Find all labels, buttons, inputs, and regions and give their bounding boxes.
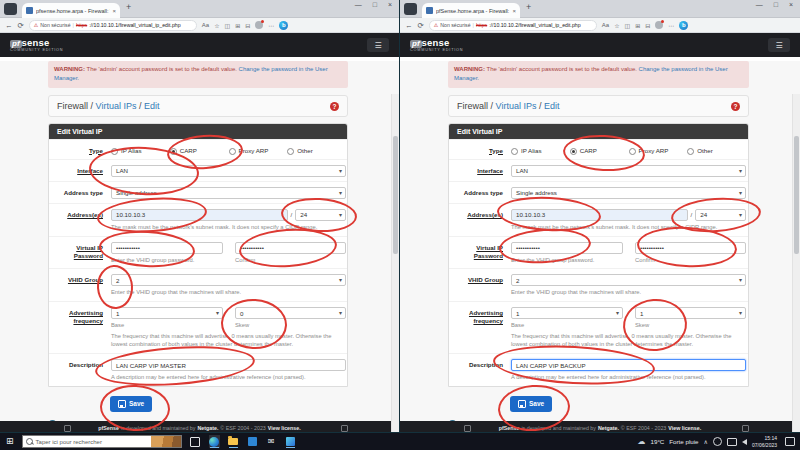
favorite-star-icon[interactable]: ☆ [614,22,619,29]
vhid-select[interactable]: 2 [511,274,746,286]
skew-select[interactable]: 1 [635,307,746,319]
save-button[interactable]: Save [510,396,552,412]
taskbar-search[interactable]: Taper ici pour rechercher [22,435,182,448]
collections-icon[interactable]: ⊞ [635,22,640,29]
tab-close-icon[interactable]: × [112,8,116,14]
mail-icon[interactable]: ✉ [266,435,277,448]
mask-select[interactable]: 24 [295,209,346,221]
browser-essentials-icon[interactable]: ⊟ [245,22,250,29]
password-input[interactable]: ••••••••••• [111,242,223,254]
search-highlight-image[interactable] [151,436,181,448]
base-select[interactable]: 1 [111,307,223,319]
help-icon[interactable]: ? [731,102,740,111]
photos-icon[interactable] [285,435,296,448]
maximize-button[interactable]: □ [373,1,377,8]
interface-select[interactable]: LAN [111,165,346,177]
radio-other[interactable]: Other [287,147,346,155]
address-bar[interactable]: ⚠ Non sécurisé | https://10.10.10.1/fire… [29,20,197,31]
taskbar-clock[interactable]: 15:14 07/06/2023 [752,435,777,448]
tab-close-icon[interactable]: × [512,8,516,14]
interface-select[interactable]: LAN [511,165,746,177]
footer-netgate-link[interactable]: Netgate. [598,425,619,431]
more-menu-icon[interactable]: ⋯ [668,22,674,29]
tray-chevron-icon[interactable]: ∧ [704,438,708,445]
weather-description[interactable]: Forte pluie [669,438,698,445]
browser-tab[interactable]: pfSense.home.arpa - Firewall: Vir × [422,3,520,18]
refresh-icon[interactable]: ⟳ [418,21,424,30]
profile-avatar[interactable] [655,21,663,29]
help-icon[interactable]: ? [330,102,339,111]
address-bar[interactable]: ⚠ Non sécurisé | https://10.10.10.2/fire… [429,20,597,31]
bing-chat-icon[interactable]: b [679,21,688,30]
maximize-button[interactable]: □ [774,1,778,8]
save-button[interactable]: Save [110,396,152,412]
footer-netgate-link[interactable]: Netgate. [197,425,218,431]
pfsense-logo[interactable]: pfsense COMMUNITY EDITION [410,38,463,53]
read-aloud-icon[interactable]: Aa [602,22,609,28]
weather-temperature[interactable]: 19°C [651,438,665,445]
scrollbar-thumb[interactable] [393,136,398,254]
radio-carp[interactable]: CARP [570,147,629,155]
minimize-button[interactable]: — [355,1,362,8]
task-view-icon[interactable] [190,435,201,448]
skew-select[interactable]: 0 [235,307,346,319]
hamburger-menu-icon[interactable]: ☰ [768,38,790,52]
browser-tab[interactable]: pfsense.home.arpa - Firewall: Vir × [22,3,120,18]
radio-proxy-arp[interactable]: Proxy ARP [629,147,688,155]
split-screen-icon[interactable]: ◫ [625,22,631,29]
tab-actions-icon[interactable] [404,3,417,15]
footer-view-license-link[interactable]: View license. [668,425,701,431]
address-input[interactable]: 10.10.10.3 [111,209,288,221]
breadcrumb-virtual-ips[interactable]: Virtual IPs [96,101,137,111]
address-input[interactable]: 10.10.10.3 [511,209,688,221]
hamburger-menu-icon[interactable]: ☰ [367,38,389,52]
browser-essentials-icon[interactable]: ⊟ [645,22,650,29]
address-type-select[interactable]: Single address [111,187,346,199]
address-type-select[interactable]: Single address [511,187,746,199]
not-secure-label[interactable]: Non sécurisé [440,22,470,28]
scrollbar-thumb[interactable] [794,136,799,254]
breadcrumb-virtual-ips[interactable]: Virtual IPs [496,101,537,111]
breadcrumb-edit[interactable]: Edit [544,101,560,111]
bing-chat-icon[interactable]: b [279,21,288,30]
refresh-icon[interactable]: ⟳ [18,21,24,30]
new-tab-button[interactable]: + [526,2,531,12]
close-button[interactable]: × [789,1,793,8]
split-screen-icon[interactable]: ◫ [225,22,231,29]
back-icon[interactable]: ← [5,21,13,30]
file-explorer-icon[interactable] [228,435,239,448]
new-tab-button[interactable]: + [126,2,131,12]
pfsense-logo[interactable]: pfsense COMMUNITY EDITION [10,38,63,53]
weather-icon[interactable]: ☁ [638,437,646,446]
description-input[interactable]: LAN CARP VIP BACKUP [511,359,746,371]
minimize-button[interactable]: — [756,1,763,8]
mask-select[interactable]: 24 [695,209,746,221]
vhid-select[interactable]: 2 [111,274,346,286]
radio-ip-alias[interactable]: IP Alias [511,147,570,155]
scrollbar[interactable] [391,94,399,432]
notification-center-icon[interactable] [785,437,795,446]
profile-avatar[interactable] [255,21,263,29]
network-icon[interactable] [727,438,737,446]
microsoft-store-icon[interactable] [247,435,258,448]
base-select[interactable]: 1 [511,307,623,319]
more-menu-icon[interactable]: ⋯ [268,22,274,29]
breadcrumb-edit[interactable]: Edit [144,101,160,111]
password-confirm-input[interactable]: ••••••••••• [235,242,346,254]
edge-taskbar-icon[interactable] [209,435,220,448]
footer-view-license-link[interactable]: View license. [268,425,301,431]
tray-app-icon[interactable] [713,437,722,446]
not-secure-label[interactable]: Non sécurisé [40,22,70,28]
collections-icon[interactable]: ⊞ [235,22,240,29]
favorite-star-icon[interactable]: ☆ [214,22,219,29]
radio-carp[interactable]: CARP [170,147,229,155]
close-button[interactable]: × [388,1,392,8]
volume-icon[interactable] [742,439,747,445]
scrollbar[interactable] [792,94,800,432]
radio-proxy-arp[interactable]: Proxy ARP [229,147,288,155]
read-aloud-icon[interactable]: Aa [202,22,209,28]
password-input[interactable]: ••••••••••• [511,242,623,254]
start-button[interactable]: ⊞ [6,433,14,450]
radio-ip-alias[interactable]: IP Alias [111,147,170,155]
radio-other[interactable]: Other [687,147,746,155]
